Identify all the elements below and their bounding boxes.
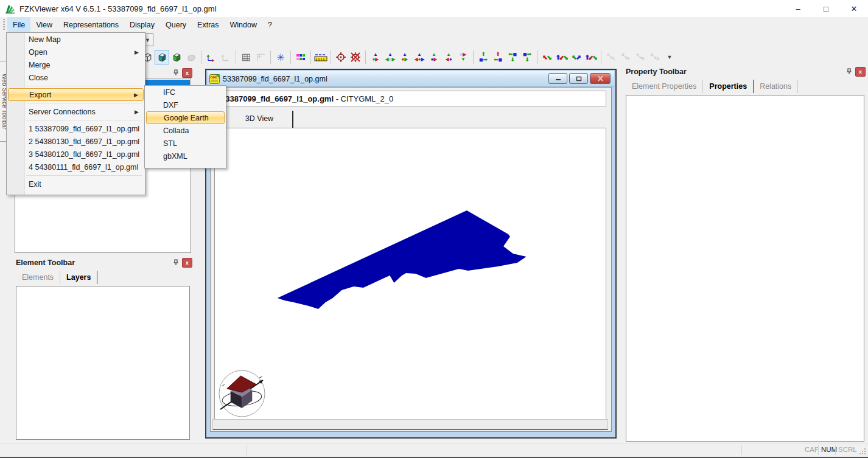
textured-cube-icon[interactable] [169,50,184,64]
document-minimize-button[interactable] [548,73,567,84]
toolbar-separator [473,50,474,64]
view-back-icon[interactable]: ▲◀● [441,50,456,64]
center-target-icon[interactable] [334,50,348,64]
menubar-grip[interactable] [3,19,5,30]
view-left-icon[interactable]: ▲●▶ [397,50,412,64]
property-toolbar-tab-properties[interactable]: Properties [703,82,753,91]
status-key-cap: CAP [805,446,819,453]
pin-icon[interactable] [172,68,180,77]
viewpoint-3-icon[interactable]: ⤡3 [633,50,648,64]
element-toolbar-tab-elements[interactable]: Elements [16,273,60,282]
freeform-surface-icon[interactable] [184,50,198,64]
close-button[interactable]: ✕ [840,0,868,17]
file-menu-item-3-54380120-fld-6697-l1-op-gml[interactable]: 3 54380120_fld_6697_l1_op.gml [8,148,144,161]
element-toolbar-tab-layers[interactable]: Layers [60,273,97,282]
toolbar-overflow-dropdown[interactable]: ▼ [662,50,677,64]
menubar-item-display[interactable]: Display [124,17,160,32]
document-restore-button[interactable] [569,73,588,84]
toolbar-separator [365,50,366,64]
pin-icon[interactable] [172,258,180,266]
grid-partial-icon[interactable] [253,50,268,64]
snowflake-icon[interactable]: ✳ [273,50,288,64]
file-menu-item-new-map[interactable]: New Map [8,33,144,46]
file-menu-item-1-53387099-fld-6697-l1-op-gml[interactable]: 1 53387099_fld_6697_l1_op.gml [8,122,144,135]
file-menu-item-4-54380111-fld-6697-l1-op-gml[interactable]: 4 54380111_fld_6697_l1_op.gml [8,161,144,173]
resize-grip[interactable] [859,448,866,455]
export-submenu: IFCDXFGoogle EarthColladaSTLgbXML [144,85,226,168]
menubar-item-window[interactable]: Window [225,17,262,32]
menubar-item-query[interactable]: Query [160,17,192,32]
menubar-item-extras[interactable]: Extras [192,17,224,32]
close-panel-icon[interactable]: x [182,68,192,78]
document-close-button[interactable] [590,73,611,84]
element-toolbar-title: Element Toolbar [16,258,75,267]
orientation-widget[interactable] [219,370,265,417]
export-menu-item-google-earth[interactable]: Google Earth [146,111,225,124]
menubar-item-[interactable]: ? [262,17,278,32]
export-menu-item-collada[interactable]: Collada [146,124,225,137]
document-title-bar[interactable]: GML 53387099_fld_6697_l1_op.gml [208,71,614,87]
close-panel-icon[interactable]: x [182,258,192,268]
file-menu-item-close[interactable]: Close [8,71,144,84]
pan-up-icon[interactable]: ⬆◼➡ [476,50,491,64]
viewport-3d[interactable] [214,128,606,421]
local-axes-icon[interactable] [219,50,233,64]
export-menu-item-stl[interactable]: STL [146,137,225,150]
tab-3d-view[interactable]: 3D View [228,111,291,127]
pan-down-icon[interactable]: ⬆⬅◼ [491,50,505,64]
view-iso-icon[interactable]: ○▶▼ [456,50,471,64]
view-right-icon[interactable]: ▲◀●▶ [412,50,427,64]
menu-item-label: Google Earth [164,114,209,122]
ruler-icon[interactable] [313,50,328,64]
menubar-item-representations[interactable]: Representations [58,17,124,32]
minimize-button[interactable]: – [784,0,812,17]
target-off-icon[interactable] [348,50,363,64]
grid-icon[interactable] [239,50,253,64]
property-toolbar-title: Property Toolbar [626,68,687,76]
document-window: GML 53387099_fld_6697_l1_op.gml 53387099… [205,69,617,439]
file-menu-item-open[interactable]: Open▶ [8,46,144,58]
toolbar-separator [236,50,236,64]
export-menu-item-ifc[interactable]: IFC [146,86,225,99]
property-toolbar-tab-relations[interactable]: Relations [754,82,797,91]
viewpoint-1-icon[interactable]: ⤡1 [604,50,618,64]
gml-file-icon: GML [209,74,220,84]
solid-cube-icon[interactable] [155,50,169,64]
color-pixels-icon[interactable] [293,50,308,64]
view-top-icon[interactable]: ▲●▶ [368,50,383,64]
layers-list[interactable] [16,286,190,440]
file-menu-item-merge[interactable]: Merge [8,58,144,71]
toolbar-separator [201,50,201,64]
toolbar-separator [601,50,601,64]
zoom-all-icon[interactable]: ⬆⬋⬊ [555,50,569,64]
menubar-item-view[interactable]: View [30,17,58,32]
pan-right-icon[interactable]: ◼➡⬇ [520,50,534,64]
toolbar-separator [331,50,331,64]
properties-content[interactable] [626,95,864,442]
file-menu-item-export[interactable]: Export▶ [8,88,144,101]
pan-left-icon[interactable]: ⬅◼⬇ [505,50,520,64]
menu-separator [26,103,142,103]
view-front-icon[interactable]: ▲●▶ [427,50,441,64]
document-file-name: 53387099_fld_6697_l1_op.gml [221,94,334,103]
menubar-item-file[interactable]: File [7,17,30,32]
maximize-button[interactable]: □ [812,0,840,17]
property-toolbar-tab-element-properties[interactable]: Element Properties [626,82,702,91]
file-menu-item-2-54380130-fld-6697-l1-op-gml[interactable]: 2 54380130_fld_6697_l1_op.gml [8,135,144,148]
export-menu-item-gbxml[interactable]: gbXML [146,150,225,162]
export-menu-item-dxf[interactable]: DXF [146,99,225,111]
svg-text:GML: GML [211,75,219,79]
viewpoint-4-icon[interactable]: ⤡4 [648,50,662,64]
view-bottom-icon[interactable]: ▲◀○▶ [383,50,397,64]
zoom-window-icon[interactable]: ⬉⬈ [569,50,584,64]
menu-item-label: Close [29,74,48,82]
file-menu-item-server-connections[interactable]: Server Connections▶ [8,105,144,118]
pin-icon[interactable] [845,67,853,75]
world-axes-icon[interactable] [204,50,219,64]
zoom-extents-icon[interactable]: ⬆⬋⬊ [584,50,598,64]
menu-item-label: 3 54380120_fld_6697_l1_op.gml [29,150,139,159]
file-menu-item-exit[interactable]: Exit [8,178,144,190]
close-panel-icon[interactable]: x [855,67,866,77]
viewpoint-2-icon[interactable]: ⤡2 [618,50,633,64]
zoom-in-icon[interactable]: ⬉⬊ [540,50,555,64]
